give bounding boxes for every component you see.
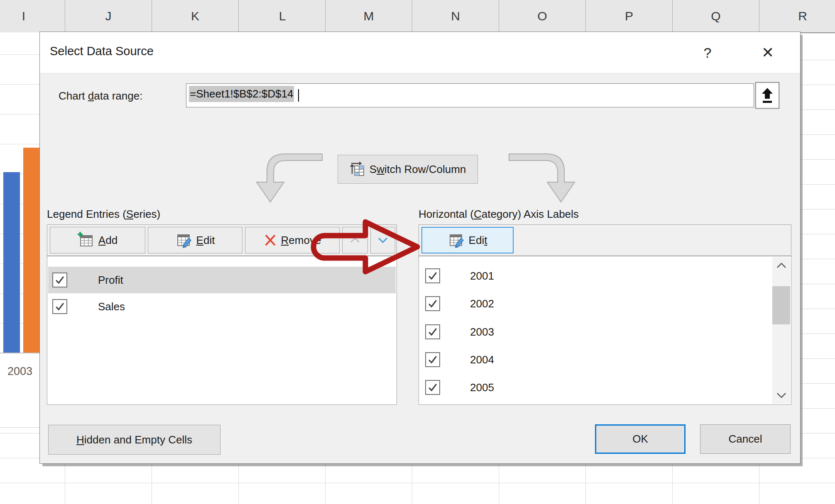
column-header[interactable]: O: [537, 9, 547, 23]
remove-button-label: Remove: [281, 234, 321, 247]
checkbox-checked[interactable]: [425, 352, 440, 367]
scroll-down-icon[interactable]: [772, 387, 790, 404]
axis-labels-list: 2001 2002 2003 2004 2005: [419, 256, 791, 405]
edit-table-pencil-icon: [176, 232, 192, 248]
chevron-up-icon: [349, 236, 361, 244]
axis-label: 2001: [470, 270, 494, 282]
add-series-button[interactable]: Add: [50, 227, 145, 253]
switch-row-column-button[interactable]: Switch Row/Column: [338, 155, 478, 184]
axis-label-row[interactable]: 2004: [420, 346, 771, 373]
move-series-down-button[interactable]: [370, 227, 395, 253]
remove-series-button[interactable]: Remove: [245, 227, 340, 253]
move-series-up-button[interactable]: [342, 227, 368, 253]
switch-row-column-label: Switch Row/Column: [370, 163, 466, 176]
legend-series-list: Profit Sales: [47, 256, 397, 405]
add-button-label: Add: [98, 234, 118, 247]
select-data-source-dialog: Select Data Source ? ✕ Chart data range:…: [39, 32, 801, 464]
ok-button[interactable]: OK: [595, 424, 686, 454]
column-header[interactable]: I: [22, 9, 25, 23]
close-icon[interactable]: ✕: [753, 40, 782, 65]
checkbox-checked[interactable]: [52, 299, 67, 314]
switch-row-column-icon: [350, 161, 365, 177]
column-header[interactable]: Q: [711, 9, 720, 23]
axis-label-row[interactable]: 2001: [420, 263, 771, 289]
column-header[interactable]: M: [364, 9, 374, 23]
chart-data-range-label: Chart data range:: [59, 90, 142, 102]
column-header[interactable]: J: [105, 9, 112, 23]
axis-labels-heading: Horizontal (Category) Axis Labels: [419, 208, 579, 221]
legend-entries-heading: Legend Entries (Series): [47, 208, 160, 221]
chart-bar-profit: [3, 172, 20, 353]
cancel-button[interactable]: Cancel: [700, 424, 791, 454]
checkbox-checked[interactable]: [425, 324, 440, 339]
checkbox-checked[interactable]: [425, 380, 440, 395]
hidden-and-empty-cells-button[interactable]: Hidden and Empty Cells: [48, 425, 220, 455]
checkbox-checked[interactable]: [52, 273, 67, 287]
axis-label: 2005: [470, 381, 494, 394]
scroll-up-icon[interactable]: [772, 257, 790, 274]
chart-category-label: 2003: [0, 365, 40, 378]
collapse-arrow-icon: [760, 87, 774, 104]
series-row-profit[interactable]: Profit: [48, 267, 396, 293]
axis-label-row[interactable]: 2005: [420, 374, 771, 401]
series-row-sales[interactable]: Sales: [48, 293, 396, 320]
axis-label-row[interactable]: 2002: [420, 290, 771, 317]
column-header-row: I J K L M N O P Q R: [0, 0, 835, 33]
edit-table-pencil-icon: [448, 232, 465, 248]
chart-data-range-input[interactable]: =Sheet1!$B$2:$D$14: [186, 83, 754, 107]
scrollbar-thumb[interactable]: [772, 286, 790, 324]
checkbox-checked[interactable]: [425, 268, 440, 283]
series-label: Sales: [98, 300, 125, 313]
collapse-dialog-button[interactable]: [755, 82, 779, 109]
range-value-selected-text: =Sheet1!$B$2:$D$14: [189, 86, 294, 102]
chart-bar-sales: [23, 148, 39, 353]
edit-series-button[interactable]: Edit: [148, 227, 242, 253]
column-header[interactable]: P: [625, 9, 633, 23]
dialog-title: Select Data Source: [50, 44, 154, 58]
remove-x-icon: [264, 234, 277, 247]
column-header[interactable]: L: [279, 9, 286, 23]
dialog-title-bar: [40, 32, 800, 73]
text-caret: [298, 89, 299, 102]
series-label: Profit: [98, 274, 123, 287]
axis-label: 2003: [470, 326, 494, 338]
axis-label: 2002: [470, 297, 494, 310]
vertical-scrollbar[interactable]: [772, 257, 790, 404]
axis-labels-toolbar: Edit: [419, 224, 791, 256]
help-icon[interactable]: ?: [693, 40, 722, 65]
axis-label: 2004: [470, 353, 494, 366]
checkbox-checked[interactable]: [425, 296, 440, 311]
legend-toolbar: Add Edit: [47, 224, 397, 256]
edit-button-label: Edit: [196, 234, 215, 247]
add-table-icon: [78, 232, 94, 248]
excel-window: I J K L M N O P Q R 2003 Select Data Sou…: [0, 0, 835, 504]
column-header[interactable]: R: [798, 9, 807, 23]
edit-axis-button-label: Edit: [469, 234, 487, 247]
chevron-down-icon: [377, 236, 389, 244]
axis-label-row[interactable]: 2003: [420, 319, 771, 345]
column-header[interactable]: K: [191, 9, 199, 23]
edit-axis-labels-button[interactable]: Edit: [421, 227, 514, 253]
column-header[interactable]: N: [451, 9, 460, 23]
